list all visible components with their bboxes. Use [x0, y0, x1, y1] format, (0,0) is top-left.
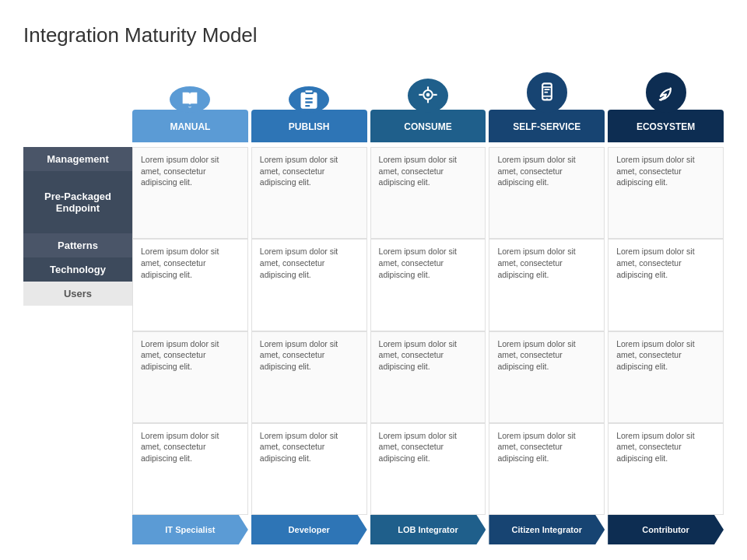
cell-consume-prepackaged: Lorem ipsum dolor sit amet, consectetur … [370, 239, 486, 331]
col-header-publish: PUBLISH [251, 61, 367, 147]
col-header-ecosystem: ECOSYSTEM [608, 61, 724, 147]
svg-rect-11 [544, 92, 548, 93]
col-consume: CONSUME Lorem ipsum dolor sit amet, cons… [370, 61, 486, 544]
svg-rect-6 [542, 83, 552, 100]
row-label-pre-packaged: Pre-PackagedEndpoint [23, 171, 132, 233]
cells-selfservice: Lorem ipsum dolor sit amet, consectetur … [489, 147, 605, 515]
row-label-users: Users [23, 282, 132, 306]
col-header-manual: MANUAL [132, 61, 248, 147]
icon-circle-publish [289, 86, 329, 113]
col-header-selfservice: SELF-SERVICE [489, 61, 605, 147]
col-title-consume: CONSUME [370, 110, 486, 142]
columns-container: MANUAL Lorem ipsum dolor sit amet, conse… [132, 61, 724, 544]
row-label-technology: Technology [23, 257, 132, 282]
row-labels: Management Pre-PackagedEndpoint Patterns… [23, 61, 132, 544]
cell-selfservice-patterns: Lorem ipsum dolor sit amet, consectetur … [489, 331, 605, 423]
icon-circle-ecosystem [646, 72, 686, 113]
cell-manual-prepackaged: Lorem ipsum dolor sit amet, consectetur … [132, 239, 248, 331]
cell-ecosystem-management: Lorem ipsum dolor sit amet, consectetur … [608, 147, 724, 239]
book-icon [179, 89, 201, 110]
cells-manual: Lorem ipsum dolor sit amet, consectetur … [132, 147, 248, 515]
cell-consume-patterns: Lorem ipsum dolor sit amet, consectetur … [370, 331, 486, 423]
cells-ecosystem: Lorem ipsum dolor sit amet, consectetur … [608, 147, 724, 515]
cell-consume-management: Lorem ipsum dolor sit amet, consectetur … [370, 147, 486, 239]
col-ecosystem: ECOSYSTEM Lorem ipsum dolor sit amet, co… [608, 61, 724, 544]
col-title-ecosystem: ECOSYSTEM [608, 110, 724, 142]
cells-consume: Lorem ipsum dolor sit amet, consectetur … [370, 147, 486, 515]
cell-ecosystem-technology: Lorem ipsum dolor sit amet, consectetur … [608, 423, 724, 515]
mobile-icon [536, 82, 558, 103]
cell-selfservice-technology: Lorem ipsum dolor sit amet, consectetur … [489, 423, 605, 515]
user-consume: LOB Integrator [370, 515, 486, 544]
col-publish: PUBLISH Lorem ipsum dolor sit amet, cons… [251, 61, 367, 544]
cell-selfservice-prepackaged: Lorem ipsum dolor sit amet, consectetur … [489, 239, 605, 331]
cell-manual-management: Lorem ipsum dolor sit amet, consectetur … [132, 147, 248, 239]
icon-circle-manual [170, 86, 210, 113]
cell-ecosystem-prepackaged: Lorem ipsum dolor sit amet, consectetur … [608, 239, 724, 331]
col-manual: MANUAL Lorem ipsum dolor sit amet, conse… [132, 61, 248, 544]
icon-circle-consume [408, 79, 448, 113]
cells-publish: Lorem ipsum dolor sit amet, consectetur … [251, 147, 367, 515]
clipboard-icon [298, 89, 320, 110]
cell-selfservice-management: Lorem ipsum dolor sit amet, consectetur … [489, 147, 605, 239]
user-manual: IT Specialist [132, 515, 248, 544]
cell-publish-patterns: Lorem ipsum dolor sit amet, consectetur … [251, 331, 367, 423]
svg-point-9 [546, 98, 548, 100]
cell-consume-technology: Lorem ipsum dolor sit amet, consectetur … [370, 423, 486, 515]
col-header-consume: CONSUME [370, 61, 486, 147]
cell-publish-prepackaged: Lorem ipsum dolor sit amet, consectetur … [251, 239, 367, 331]
col-title-manual: MANUAL [132, 110, 248, 142]
col-title-selfservice: SELF-SERVICE [489, 110, 605, 142]
svg-point-1 [426, 93, 430, 97]
leaf-icon [655, 82, 677, 103]
cell-ecosystem-patterns: Lorem ipsum dolor sit amet, consectetur … [608, 331, 724, 423]
user-publish: Developer [251, 515, 367, 544]
page: Integration Maturity Model Management Pr… [0, 0, 747, 560]
row-label-management: Management [23, 147, 132, 171]
cell-manual-technology: Lorem ipsum dolor sit amet, consectetur … [132, 423, 248, 515]
cell-publish-management: Lorem ipsum dolor sit amet, consectetur … [251, 147, 367, 239]
svg-rect-10 [544, 89, 549, 90]
brain-icon [417, 85, 439, 107]
user-selfservice: Citizen Integrator [489, 515, 605, 544]
cell-manual-patterns: Lorem ipsum dolor sit amet, consectetur … [132, 331, 248, 423]
col-title-publish: PUBLISH [251, 110, 367, 142]
row-label-patterns: Patterns [23, 233, 132, 257]
col-selfservice: SELF-SERVICE Lorem ipsum dolor sit amet,… [489, 61, 605, 544]
cell-publish-technology: Lorem ipsum dolor sit amet, consectetur … [251, 423, 367, 515]
main-content: Management Pre-PackagedEndpoint Patterns… [23, 61, 724, 544]
user-ecosystem: Contributor [608, 515, 724, 544]
icon-circle-selfservice [527, 72, 567, 113]
page-title: Integration Maturity Model [23, 23, 724, 47]
